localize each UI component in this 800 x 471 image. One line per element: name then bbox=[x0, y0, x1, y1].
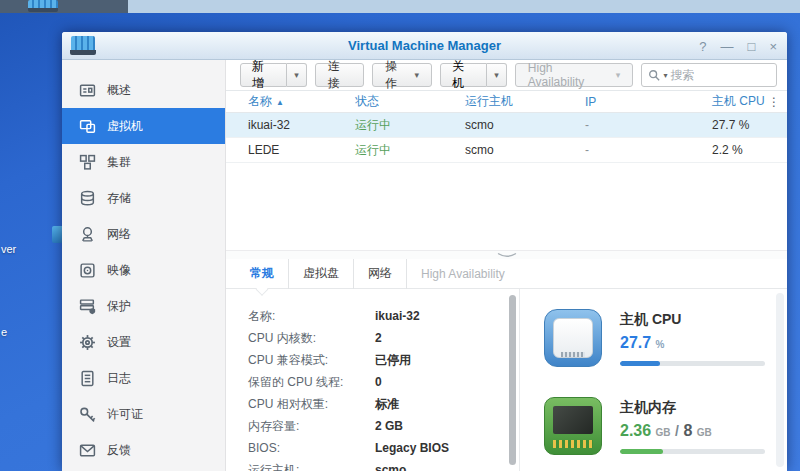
sidebar: 概述 虚拟机 集群 存储 网络 bbox=[62, 60, 226, 471]
desktop: ver e Virtual Machine Manager ? — □ × 概述 bbox=[0, 0, 800, 471]
tab-general[interactable]: 常规 bbox=[236, 259, 288, 289]
sidebar-item-license[interactable]: 许可证 bbox=[62, 396, 225, 432]
desktop-shortcut-icon[interactable] bbox=[52, 226, 62, 243]
sidebar-item-storage[interactable]: 存储 bbox=[62, 180, 225, 216]
sidebar-item-log[interactable]: 日志 bbox=[62, 360, 225, 396]
resources-scrollbar[interactable] bbox=[776, 293, 784, 467]
taskbar-active-segment bbox=[0, 0, 128, 13]
search-icon[interactable] bbox=[648, 69, 660, 81]
high-availability-button[interactable]: High Availability▾ bbox=[515, 63, 634, 87]
sidebar-item-overview[interactable]: 概述 bbox=[62, 72, 225, 108]
vm-ip: - bbox=[585, 143, 712, 157]
key-icon bbox=[79, 406, 96, 423]
detail-panel: 名称:ikuai-32 CPU 内核数:2 CPU 兼容模式:已停用 保留的 C… bbox=[226, 289, 787, 471]
detail-tabs: 常规 虚拟盘 网络 High Availability bbox=[226, 259, 787, 289]
table-row[interactable]: ikuai-32 运行中 scmo - 27.7 % bbox=[226, 113, 787, 138]
cpu-progress-fill bbox=[620, 361, 660, 366]
log-icon bbox=[79, 370, 96, 387]
cluster-icon bbox=[79, 154, 96, 171]
vm-cpu: 2.2 % bbox=[712, 143, 787, 157]
sidebar-item-protection[interactable]: 保护 bbox=[62, 288, 225, 324]
memory-progress-fill bbox=[620, 449, 663, 454]
chevron-down-icon: ▾ bbox=[494, 70, 499, 80]
host-memory-title: 主机内存 bbox=[620, 399, 765, 417]
protection-icon bbox=[79, 298, 96, 315]
main-panel: 新增 ▾ 连接 操作▾ 关机 ▾ High Availability▾ ▾ bbox=[226, 60, 787, 471]
prop-label: 保留的 CPU 线程: bbox=[248, 374, 375, 391]
vmm-taskbar-icon[interactable] bbox=[28, 0, 58, 12]
properties-scrollbar[interactable] bbox=[509, 295, 516, 465]
chevron-down-icon: ▾ bbox=[616, 70, 621, 80]
add-dropdown-button[interactable]: ▾ bbox=[287, 63, 306, 87]
tab-virtual-disk[interactable]: 虚拟盘 bbox=[288, 259, 353, 289]
top-taskbar-fragment bbox=[0, 0, 800, 13]
help-icon[interactable]: ? bbox=[699, 40, 706, 53]
memory-progress-bar bbox=[620, 449, 765, 454]
cpu-chip-icon bbox=[544, 309, 602, 367]
prop-value: 2 bbox=[375, 331, 382, 345]
host-memory-block: 主机内存 2.36 GB / 8 GB bbox=[544, 397, 765, 455]
maximize-icon[interactable]: □ bbox=[748, 40, 756, 53]
tab-network[interactable]: 网络 bbox=[353, 259, 406, 289]
storage-icon bbox=[79, 190, 96, 207]
vm-host: scmo bbox=[465, 143, 585, 157]
add-button[interactable]: 新增 bbox=[240, 63, 287, 87]
minimize-icon[interactable]: — bbox=[721, 40, 734, 53]
prop-value: 标准 bbox=[375, 396, 399, 413]
window-titlebar[interactable]: Virtual Machine Manager ? — □ × bbox=[62, 32, 787, 60]
sidebar-item-virtual-machine[interactable]: 虚拟机 bbox=[62, 108, 225, 144]
image-icon bbox=[79, 262, 96, 279]
host-cpu-value: 27.7 % bbox=[620, 334, 765, 352]
vm-ip: - bbox=[585, 118, 712, 132]
sidebar-item-settings[interactable]: 设置 bbox=[62, 324, 225, 360]
close-icon[interactable]: × bbox=[769, 40, 777, 53]
vm-properties: 名称:ikuai-32 CPU 内核数:2 CPU 兼容模式:已停用 保留的 C… bbox=[226, 289, 520, 471]
prop-label: BIOS: bbox=[248, 441, 375, 455]
vm-host: scmo bbox=[465, 118, 585, 132]
host-cpu-title: 主机 CPU bbox=[620, 311, 765, 329]
prop-value: 0 bbox=[375, 375, 382, 389]
search-input[interactable] bbox=[670, 68, 770, 82]
vm-status: 运行中 bbox=[355, 117, 465, 134]
column-header-ip[interactable]: IP bbox=[585, 95, 712, 109]
virtual-machine-icon bbox=[79, 118, 96, 135]
column-settings-icon[interactable]: ⋮ bbox=[768, 91, 780, 114]
cpu-progress-bar bbox=[620, 361, 765, 366]
chevron-down-icon: ▾ bbox=[294, 70, 299, 80]
vm-cpu: 27.7 % bbox=[712, 118, 787, 132]
window-title: Virtual Machine Manager bbox=[62, 32, 787, 60]
shutdown-button[interactable]: 关机 bbox=[440, 63, 487, 87]
connect-button[interactable]: 连接 bbox=[315, 63, 365, 87]
memory-module-icon bbox=[544, 397, 602, 455]
prop-value: scmo bbox=[375, 463, 406, 471]
vmm-window: Virtual Machine Manager ? — □ × 概述 虚拟机 bbox=[62, 32, 787, 471]
search-box: ▾ bbox=[641, 63, 777, 87]
vm-name: LEDE bbox=[226, 143, 355, 157]
action-button[interactable]: 操作▾ bbox=[372, 63, 432, 87]
host-memory-value: 2.36 GB / 8 GB bbox=[620, 422, 765, 440]
prop-value: 已停用 bbox=[375, 352, 411, 369]
sidebar-item-image[interactable]: 映像 bbox=[62, 252, 225, 288]
vm-status: 运行中 bbox=[355, 142, 465, 159]
column-header-host[interactable]: 运行主机 bbox=[465, 93, 585, 110]
column-header-name[interactable]: 名称▲ bbox=[226, 93, 355, 110]
prop-label: CPU 相对权重: bbox=[248, 396, 375, 413]
vm-name: ikuai-32 bbox=[226, 118, 355, 132]
prop-value: Legacy BIOS bbox=[375, 441, 449, 455]
sort-asc-icon: ▲ bbox=[276, 98, 284, 107]
add-button-group: 新增 ▾ bbox=[240, 63, 307, 87]
sidebar-item-feedback[interactable]: 反馈 bbox=[62, 432, 225, 468]
sidebar-item-cluster[interactable]: 集群 bbox=[62, 144, 225, 180]
sidebar-item-network[interactable]: 网络 bbox=[62, 216, 225, 252]
search-filter-caret-icon[interactable]: ▾ bbox=[663, 71, 667, 80]
desktop-icon-label-fragment: e bbox=[1, 326, 7, 338]
column-header-status[interactable]: 状态 bbox=[355, 93, 465, 110]
table-row[interactable]: LEDE 运行中 scmo - 2.2 % bbox=[226, 138, 787, 163]
tab-high-availability[interactable]: High Availability bbox=[406, 259, 519, 289]
prop-label: 名称: bbox=[248, 308, 375, 325]
desktop-icon-label-fragment: ver bbox=[1, 243, 16, 255]
prop-value: 2 GB bbox=[375, 419, 403, 433]
shutdown-dropdown-button[interactable]: ▾ bbox=[487, 63, 506, 87]
overview-icon bbox=[79, 82, 96, 99]
host-cpu-block: 主机 CPU 27.7 % bbox=[544, 309, 765, 367]
